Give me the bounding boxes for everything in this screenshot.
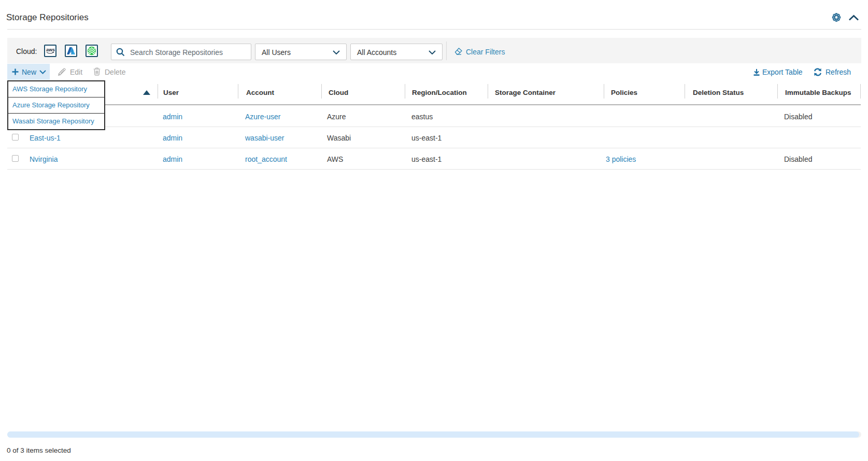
svg-text:aws: aws bbox=[46, 47, 55, 52]
